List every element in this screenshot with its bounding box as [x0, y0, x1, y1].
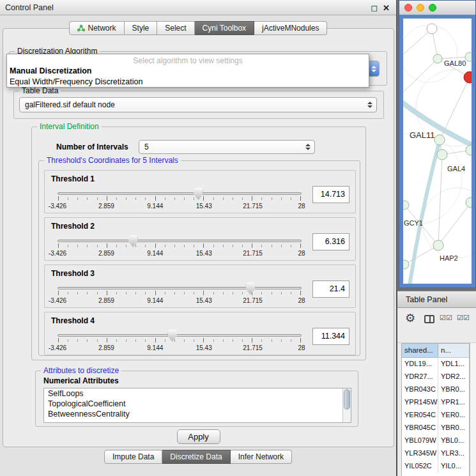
- tab-select[interactable]: Select: [157, 21, 194, 35]
- slider-track[interactable]: [58, 192, 302, 195]
- table-cell[interactable]: YDR27...: [402, 371, 438, 383]
- list-item-topologicalcoefficient[interactable]: TopologicalCoefficient: [44, 399, 351, 409]
- node-attribute-table: shared... n... YDL19...YDL1... YDR27...Y…: [401, 343, 470, 476]
- network-node[interactable]: [403, 260, 409, 269]
- columns-icon[interactable]: [424, 315, 434, 323]
- tab-jactivemodules[interactable]: jActiveMNodules: [254, 21, 327, 35]
- table-cell[interactable]: YBR043C: [402, 383, 438, 396]
- table-row[interactable]: YDR27...YDR2...: [402, 371, 469, 383]
- table-cell[interactable]: YLR3...: [438, 447, 469, 460]
- table-cell[interactable]: YER054C: [402, 409, 438, 422]
- slider-track[interactable]: [58, 334, 302, 337]
- tab-impute-data[interactable]: Impute Data: [104, 450, 162, 464]
- scale-label: 21.715: [243, 297, 263, 304]
- network-graph: GAL80 GAL11 GAL4 GCY1 HAP2: [403, 19, 472, 284]
- algorithm-option-equal-width-frequency[interactable]: Equal Width/Frequency Discretization: [7, 76, 369, 87]
- checkbox-icon: ☑: [440, 314, 446, 321]
- thresholds-coordinates-group: Threshold's Coordinates for 5 Intervals …: [38, 160, 360, 356]
- table-cell[interactable]: YBR045C: [402, 422, 438, 434]
- threshold-2-value-field[interactable]: 6.316: [312, 233, 349, 250]
- table-cell[interactable]: YLR345W: [402, 447, 438, 460]
- table-panel-titlebar[interactable]: Table Panel: [397, 291, 476, 308]
- table-row[interactable]: YLR345WYLR3...: [402, 447, 469, 460]
- column-header-name[interactable]: n...: [438, 344, 469, 358]
- threshold-1-slider[interactable]: -3.426 2.859 9.144 15.43 21.715 28: [58, 188, 302, 212]
- network-node[interactable]: [434, 135, 445, 145]
- threshold-3-value-field[interactable]: 21.4: [312, 280, 349, 298]
- close-traffic-light-icon[interactable]: [404, 4, 412, 12]
- scale-label: 2.859: [98, 297, 114, 304]
- table-row[interactable]: YER054CYER0...: [402, 409, 469, 422]
- select-rows-icon[interactable]: ☑☑: [457, 314, 470, 322]
- network-canvas[interactable]: GAL80 GAL11 GAL4 GCY1 HAP2: [399, 15, 475, 288]
- table-cell[interactable]: YDL1...: [438, 358, 469, 371]
- tab-infer-network[interactable]: Infer Network: [231, 450, 292, 464]
- table-scrollbar[interactable]: [470, 343, 476, 476]
- table-row[interactable]: YDL19...YDL1...: [402, 358, 469, 371]
- float-window-icon[interactable]: ◻: [371, 4, 378, 12]
- number-of-intervals-select[interactable]: 5: [139, 140, 315, 154]
- numerical-attributes-list[interactable]: SelfLoops TopologicalCoefficient Between…: [43, 388, 351, 423]
- tab-cyni-toolbox[interactable]: Cyni Toolbox: [195, 21, 254, 35]
- attributes-to-discretize-group: Attributes to discretize Numerical Attri…: [35, 371, 358, 427]
- tab-style[interactable]: Style: [125, 21, 158, 35]
- number-of-intervals-label: Number of Intervals: [56, 142, 128, 151]
- list-item-selfloops[interactable]: SelfLoops: [44, 388, 351, 399]
- network-node[interactable]: [466, 145, 472, 155]
- table-cell[interactable]: YDL19...: [402, 358, 438, 371]
- table-row[interactable]: YBL079WYBL0...: [402, 434, 469, 447]
- table-cell[interactable]: YDR2...: [438, 371, 469, 383]
- network-window-titlebar[interactable]: [399, 1, 475, 15]
- scrollbar-thumb[interactable]: [344, 389, 350, 410]
- network-node[interactable]: [433, 240, 443, 250]
- tab-network[interactable]: Network: [69, 21, 125, 35]
- table-cell[interactable]: YBR0...: [438, 383, 469, 396]
- network-node[interactable]: [437, 150, 447, 160]
- network-node[interactable]: [427, 24, 437, 34]
- threshold-4-value-field[interactable]: 11.344: [312, 328, 349, 345]
- network-edge-thick[interactable]: [410, 141, 440, 284]
- table-row[interactable]: YIL052CYIL0...: [402, 460, 469, 473]
- table-cell[interactable]: YPR145W: [402, 396, 438, 409]
- table-row[interactable]: YPR145WYPR1...: [402, 396, 469, 409]
- algorithm-option-manual-discretization[interactable]: Manual Discretization: [7, 65, 369, 76]
- column-header-shared-name[interactable]: shared...: [402, 344, 438, 358]
- scale-label: 2.859: [98, 250, 114, 257]
- table-cell[interactable]: YER0...: [438, 409, 469, 422]
- threshold-1-value-field[interactable]: 14.713: [312, 186, 349, 203]
- list-scrollbar[interactable]: [342, 388, 351, 422]
- table-data-select[interactable]: galFiltered.sif default node: [19, 97, 377, 112]
- threshold-2-slider[interactable]: -3.426 2.859 9.144 15.43 21.715 28: [58, 235, 302, 259]
- close-icon[interactable]: ✕: [383, 4, 390, 12]
- slider-track[interactable]: [58, 287, 302, 289]
- tab-discretize-data[interactable]: Discretize Data: [162, 450, 230, 464]
- slider-track[interactable]: [58, 240, 302, 242]
- gear-icon[interactable]: ⚙: [405, 312, 415, 324]
- table-cell[interactable]: YBL079W: [402, 434, 438, 447]
- list-item-betweennesscentrality[interactable]: BetweennessCentrality: [44, 409, 351, 419]
- node-label: GAL80: [444, 59, 466, 67]
- table-cell[interactable]: YIL0...: [438, 460, 469, 473]
- table-row[interactable]: YBR045CYBR0...: [402, 422, 469, 434]
- select-columns-icon[interactable]: ☑☑: [440, 314, 452, 322]
- network-node-selected[interactable]: [464, 72, 472, 83]
- table-cell[interactable]: YBL0...: [438, 434, 469, 447]
- table-cell[interactable]: YBR0...: [438, 422, 469, 434]
- table-cell[interactable]: YIL052C: [402, 460, 438, 473]
- network-node[interactable]: [403, 201, 409, 210]
- slider-scale-labels: -3.426 2.859 9.144 15.43 21.715 28: [58, 203, 302, 210]
- minimize-traffic-light-icon[interactable]: [417, 4, 424, 12]
- table-cell[interactable]: YPR1...: [438, 396, 469, 409]
- threshold-4-slider[interactable]: -3.426 2.859 9.144 15.43 21.715 28: [58, 330, 302, 354]
- slider-major-ticks: [58, 196, 301, 201]
- network-node[interactable]: [466, 197, 472, 208]
- threshold-3-slider[interactable]: -3.426 2.859 9.144 15.43 21.715 28: [58, 282, 302, 307]
- network-node[interactable]: [433, 54, 442, 63]
- table-toolbar: ⚙ ☑☑ ☑☑: [397, 308, 476, 343]
- apply-button[interactable]: Apply: [177, 429, 220, 444]
- table-row[interactable]: YBR043CYBR0...: [402, 383, 469, 396]
- control-panel-titlebar[interactable]: Control Panel ◻ ✕: [0, 0, 396, 15]
- zoom-traffic-light-icon[interactable]: [429, 4, 436, 12]
- network-node[interactable]: [465, 52, 472, 61]
- combo-arrows-icon: [304, 142, 311, 151]
